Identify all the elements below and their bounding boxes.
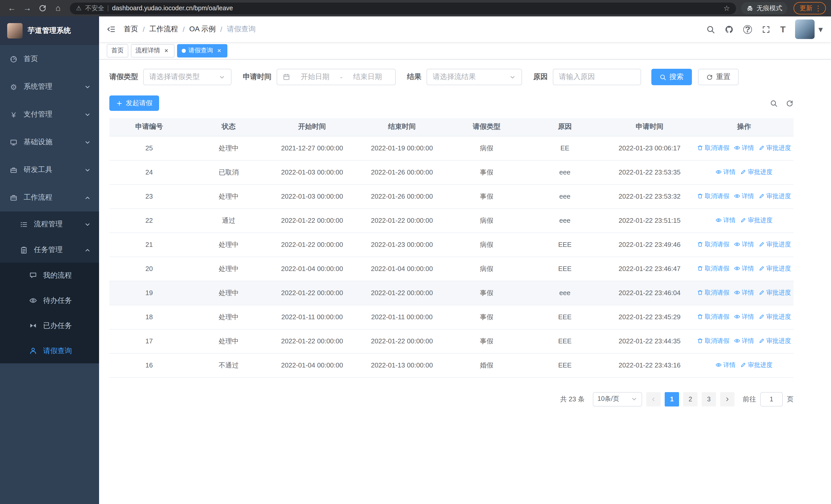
table-row[interactable]: 16 不通过 2022-01-04 00:00:00 2022-01-13 00… xyxy=(109,353,794,377)
detail-action-link[interactable]: 详情 xyxy=(734,264,754,273)
detail-action-link[interactable]: 详情 xyxy=(716,168,736,177)
progress-action-link[interactable]: 审批进度 xyxy=(758,289,791,297)
progress-action-link[interactable]: 审批进度 xyxy=(758,313,791,321)
table-row[interactable]: 17 处理中 2022-01-22 00:00:00 2022-01-22 00… xyxy=(109,329,794,353)
cancel-action-link[interactable]: 取消请假 xyxy=(697,144,729,152)
table-row[interactable]: 20 处理中 2022-01-04 00:00:00 2022-01-04 00… xyxy=(109,257,794,281)
page-button-1[interactable]: 1 xyxy=(665,392,679,406)
sidebar-item-home[interactable]: 首页 xyxy=(0,45,99,73)
refresh-table-icon[interactable] xyxy=(786,99,794,107)
browser-home-icon[interactable]: ⌂ xyxy=(55,4,60,12)
table-row[interactable]: 22 通过 2022-01-22 00:00:00 2022-01-22 00:… xyxy=(109,208,794,233)
sidebar-item-done-tasks[interactable]: 已办任务 xyxy=(0,313,99,338)
cell-status: 处理中 xyxy=(189,257,268,281)
breadcrumb-workflow[interactable]: 工作流程 xyxy=(149,25,178,34)
fullscreen-icon[interactable] xyxy=(762,25,770,34)
tab-process-detail[interactable]: 流程详情 × xyxy=(131,44,174,57)
tab-leave-query[interactable]: 请假查询 × xyxy=(177,44,227,57)
result-select[interactable]: 请选择流结果 xyxy=(427,69,522,85)
table-row[interactable]: 23 处理中 2022-01-03 00:00:00 2022-01-26 00… xyxy=(109,184,794,208)
page-button-3[interactable]: 3 xyxy=(701,392,716,406)
cell-apply-time: 2022-01-22 23:49:46 xyxy=(605,233,694,257)
progress-action-link[interactable]: 审批进度 xyxy=(740,216,773,225)
toggle-search-icon[interactable] xyxy=(770,99,778,107)
leave-type-select[interactable]: 请选择请假类型 xyxy=(143,69,231,85)
progress-action-link[interactable]: 审批进度 xyxy=(758,337,791,346)
sidebar-item-process-mgmt[interactable]: 流程管理 xyxy=(0,211,99,237)
search-icon[interactable] xyxy=(706,25,715,34)
cancel-action-link[interactable]: 取消请假 xyxy=(697,289,729,297)
detail-action-link[interactable]: 详情 xyxy=(734,144,754,152)
create-leave-button[interactable]: 发起请假 xyxy=(109,95,159,111)
browser-forward-icon[interactable]: → xyxy=(23,4,31,12)
cell-apply-time: 2022-01-22 23:43:16 xyxy=(605,353,694,377)
browser-update-button[interactable]: 更新 ⋮ xyxy=(794,2,826,14)
detail-action-link[interactable]: 详情 xyxy=(716,216,736,225)
table-row[interactable]: 25 处理中 2021-12-27 00:00:00 2022-01-19 00… xyxy=(109,136,794,160)
search-button[interactable]: 搜索 xyxy=(651,69,692,85)
sidebar-item-devtools[interactable]: 研发工具 xyxy=(0,156,99,184)
sidebar-item-workflow[interactable]: 工作流程 xyxy=(0,184,99,211)
detail-action-link[interactable]: 详情 xyxy=(734,289,754,297)
tab-home[interactable]: 首页 xyxy=(107,44,128,57)
font-size-icon[interactable]: T xyxy=(780,25,785,34)
cell-id: 22 xyxy=(109,208,189,233)
cancel-action-link[interactable]: 取消请假 xyxy=(697,264,729,273)
cancel-action-link[interactable]: 取消请假 xyxy=(697,313,729,321)
column-header: 申请编号 xyxy=(109,118,189,136)
detail-action-link[interactable]: 详情 xyxy=(734,192,754,201)
sidebar-item-task-mgmt[interactable]: 任务管理 xyxy=(0,237,99,263)
sidebar-item-leave-query[interactable]: 请假查询 xyxy=(0,338,99,363)
sidebar-item-my-process[interactable]: 我的流程 xyxy=(0,263,99,288)
detail-action-link[interactable]: 详情 xyxy=(716,361,736,369)
sidebar-item-payment[interactable]: ¥ 支付管理 xyxy=(0,100,99,128)
close-tab-icon[interactable]: × xyxy=(216,47,223,54)
cancel-action-link[interactable]: 取消请假 xyxy=(697,240,729,249)
reset-button[interactable]: 重置 xyxy=(698,69,739,85)
breadcrumb-home[interactable]: 首页 xyxy=(124,25,138,34)
user-menu[interactable]: ▾ xyxy=(795,20,823,39)
sidebar-toggle-icon[interactable] xyxy=(107,25,116,34)
progress-action-link[interactable]: 审批进度 xyxy=(758,240,791,249)
page-button-2[interactable]: 2 xyxy=(683,392,697,406)
help-icon[interactable]: ? xyxy=(743,25,752,34)
table-row[interactable]: 18 处理中 2022-01-11 00:00:00 2022-01-11 00… xyxy=(109,305,794,329)
goto-page-input[interactable] xyxy=(760,392,783,406)
detail-action-link[interactable]: 详情 xyxy=(734,240,754,249)
bookmark-star-icon[interactable]: ☆ xyxy=(723,5,730,12)
progress-action-link[interactable]: 审批进度 xyxy=(758,192,791,201)
table-row[interactable]: 19 处理中 2022-01-22 00:00:00 2022-01-22 00… xyxy=(109,281,794,305)
progress-action-link[interactable]: 审批进度 xyxy=(740,361,773,369)
prev-page-button[interactable] xyxy=(646,392,661,406)
logo[interactable]: 芋道管理系统 xyxy=(0,17,99,45)
cell-start-time: 2022-01-04 00:00:00 xyxy=(268,257,356,281)
table-row[interactable]: 24 已取消 2022-01-03 00:00:00 2022-01-26 00… xyxy=(109,160,794,184)
table-row[interactable]: 21 处理中 2022-01-22 00:00:00 2022-01-23 00… xyxy=(109,233,794,257)
progress-action-link[interactable]: 审批进度 xyxy=(758,264,791,273)
detail-action-link[interactable]: 详情 xyxy=(734,337,754,346)
breadcrumb-oa[interactable]: OA 示例 xyxy=(190,25,216,34)
detail-action-link[interactable]: 详情 xyxy=(734,313,754,321)
user-avatar[interactable] xyxy=(795,20,815,39)
browser-reload-icon[interactable] xyxy=(38,4,47,12)
browser-back-icon[interactable]: ← xyxy=(8,4,16,12)
date-range-picker[interactable]: 开始日期 - 结束日期 xyxy=(277,69,396,85)
cancel-action-link[interactable]: 取消请假 xyxy=(697,192,729,201)
browser-menu-icon[interactable]: ⋮ xyxy=(814,5,822,12)
next-page-button[interactable] xyxy=(720,392,735,406)
url-bar[interactable]: ⚠ 不安全 dashboard.yudao.iocoder.cn/bpm/oa/… xyxy=(70,2,736,14)
cancel-action-link[interactable]: 取消请假 xyxy=(697,337,729,346)
close-tab-icon[interactable]: × xyxy=(163,47,170,54)
sidebar-item-label: 支付管理 xyxy=(24,110,52,119)
progress-action-link[interactable]: 审批进度 xyxy=(740,168,773,177)
sidebar-item-todo-tasks[interactable]: 待办任务 xyxy=(0,288,99,313)
chevron-down-icon xyxy=(219,73,225,80)
sidebar-item-system[interactable]: ⚙ 系统管理 xyxy=(0,73,99,100)
page-size-select[interactable]: 10条/页 xyxy=(593,392,642,406)
reason-input[interactable]: 请输入原因 xyxy=(553,69,641,85)
clipboard-icon xyxy=(20,246,28,254)
cell-leave-type: 病假 xyxy=(448,208,525,233)
sidebar-item-infra[interactable]: 基础设施 xyxy=(0,128,99,156)
progress-action-link[interactable]: 审批进度 xyxy=(758,144,791,152)
github-icon[interactable] xyxy=(725,25,734,34)
